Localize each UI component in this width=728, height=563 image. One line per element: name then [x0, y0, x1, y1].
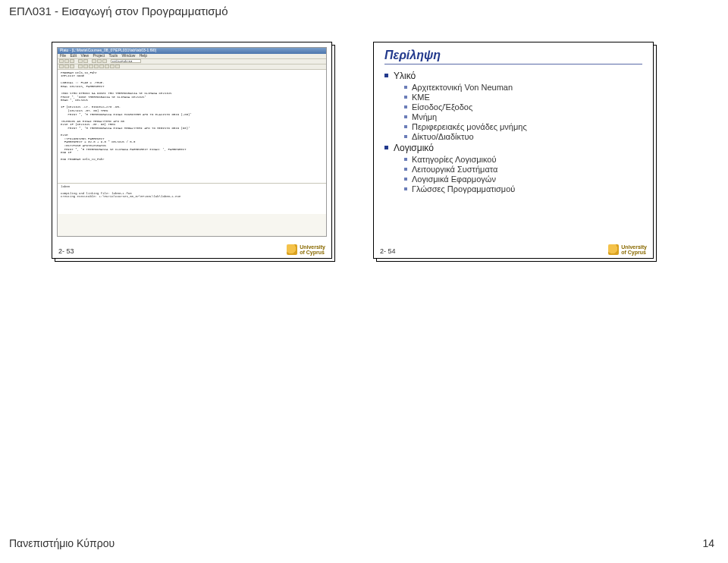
toolbar-btn[interactable]: [70, 64, 74, 68]
slide-right: Περίληψη Υλικό Αρχιτεκτονική Von Neuman …: [373, 42, 654, 259]
summary-subitem: Δίκτυο/Διαδίκτυο: [404, 132, 642, 141]
toolbar-btn[interactable]: [64, 64, 69, 68]
university-line1: University: [621, 244, 647, 250]
summary-subitem: ΚΜΕ: [404, 93, 642, 102]
university-line2: of Cyprus: [621, 250, 647, 255]
toolbar-btn[interactable]: [59, 59, 64, 63]
menu-help[interactable]: Help: [140, 53, 147, 58]
slide-number: 2- 54: [380, 247, 396, 255]
footer-left: Πανεπιστήμιο Κύπρου: [9, 537, 115, 549]
slide-footer: 2- 54 University of Cyprus: [380, 244, 647, 255]
code-area[interactable]: PROGRAM Cels_to_Fahr IMPLICIT NONE LOGIC…: [58, 70, 326, 184]
summary-item-label: Λογισμικό: [394, 143, 434, 153]
summary-title: Περίληψη: [384, 49, 642, 64]
crest-icon: [287, 244, 297, 255]
slide-footer: 2- 53 University of Cyprus: [58, 244, 325, 255]
toolbar-btn[interactable]: [99, 64, 104, 68]
summary-subitem: Είσοδος/Έξοδος: [404, 102, 642, 112]
summary-subitem: Περιφερειακές μονάδες μνήμης: [404, 122, 642, 131]
toolbar-btn[interactable]: [83, 64, 88, 68]
toolbar-btn[interactable]: [102, 59, 107, 63]
summary-item-software: Λογισμικό Κατηγορίες Λογισμικού Λειτουργ…: [384, 143, 642, 193]
menu-edit[interactable]: Edit: [70, 53, 77, 58]
menu-file[interactable]: File: [60, 53, 66, 58]
editor-toolbar: Cels2Fahr03: [58, 59, 326, 64]
editor-toolbar-2: [58, 64, 326, 70]
editor-menubar: File Edit View Project Tools Window Help: [58, 54, 326, 59]
summary-subitem: Γλώσσες Προγραμματισμού: [404, 184, 642, 193]
summary-subitem: Λογισμικά Εφαρμογών: [404, 175, 642, 184]
summary-subitem: Αρχιτεκτονική Von Neuman: [404, 83, 642, 92]
summary-subitem: Κατηγορίες Λογισμικού: [404, 155, 642, 164]
toolbar-btn[interactable]: [64, 59, 69, 63]
slides-row: Plato - [L:\Maria\Courses_08_07\EPL031\l…: [52, 42, 654, 259]
university-logo: University of Cyprus: [287, 244, 325, 255]
output-area: lab03 Compiling and linking file: lab03-…: [58, 184, 326, 214]
page-footer: Πανεπιστήμιο Κύπρου 14: [9, 537, 714, 549]
toolbar-btn[interactable]: [97, 59, 102, 63]
toolbar-btn[interactable]: [70, 59, 74, 63]
university-logo: University of Cyprus: [608, 244, 647, 255]
page-header: ΕΠΛ031 - Εισαγωγή στον Προγραμματισμό: [9, 5, 228, 17]
toolbar-btn[interactable]: [83, 59, 88, 63]
menu-view[interactable]: View: [80, 53, 89, 58]
menu-tools[interactable]: Tools: [108, 53, 118, 58]
toolbar-combo[interactable]: Cels2Fahr03: [111, 59, 141, 63]
summary-item-hardware: Υλικό Αρχιτεκτονική Von Neuman ΚΜΕ Είσοδ…: [384, 71, 642, 141]
menu-window[interactable]: Window: [122, 53, 136, 58]
footer-right: 14: [702, 537, 714, 549]
toolbar-btn[interactable]: [78, 59, 83, 63]
toolbar-btn[interactable]: [115, 64, 120, 68]
toolbar-btn[interactable]: [78, 64, 83, 68]
summary-item-label: Υλικό: [394, 71, 416, 81]
summary-list: Υλικό Αρχιτεκτονική Von Neuman ΚΜΕ Είσοδ…: [384, 71, 642, 193]
toolbar-btn[interactable]: [89, 64, 93, 68]
summary-subitem: Μνήμη: [404, 112, 642, 121]
summary-subitem: Λειτουργικά Συστήματα: [404, 165, 642, 174]
slide-left: Plato - [L:\Maria\Courses_08_07\EPL031\l…: [52, 42, 332, 259]
university-line1: University: [300, 244, 325, 250]
toolbar-btn[interactable]: [94, 64, 99, 68]
university-line2: of Cyprus: [300, 250, 325, 255]
slide-number: 2- 53: [58, 247, 74, 255]
toolbar-btn[interactable]: [92, 59, 96, 63]
toolbar-btn[interactable]: [59, 64, 64, 68]
code-editor-window: Plato - [L:\Maria\Courses_08_07\EPL031\l…: [57, 47, 327, 237]
crest-icon: [608, 244, 619, 255]
menu-project[interactable]: Project: [93, 53, 105, 58]
summary-panel: Περίληψη Υλικό Αρχιτεκτονική Von Neuman …: [374, 42, 653, 193]
toolbar-btn[interactable]: [110, 64, 115, 68]
toolbar-btn[interactable]: [105, 64, 109, 68]
